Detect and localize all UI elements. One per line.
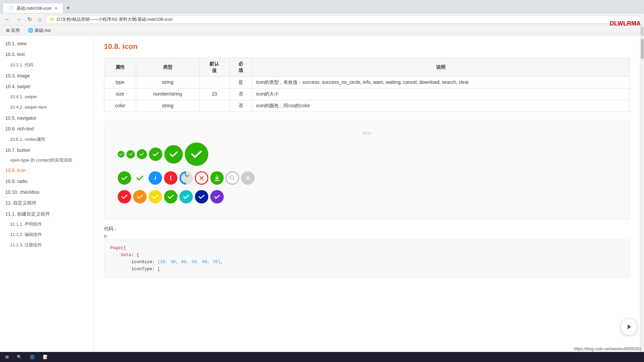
- icon-row-3: [118, 190, 616, 203]
- address-icon: 📁: [50, 17, 55, 22]
- sidebar-item-10-5[interactable]: 10.5. navigator: [0, 113, 94, 123]
- sidebar-item-10-7[interactable]: 10.7. button: [0, 145, 94, 156]
- col-header-type: 类型: [136, 58, 199, 77]
- properties-table: 属性 类型 默认值 必填 说明 type string 是 icon的类型，有效…: [104, 58, 630, 112]
- code-icon-size-val: [20, 30, 40, 50, 60, 70]: [157, 259, 220, 264]
- sidebar-label: 11.1. 创建自定义组件: [5, 211, 50, 217]
- tab-close-btn[interactable]: ✕: [54, 6, 58, 11]
- apps-icon: ⊞: [6, 28, 10, 33]
- section-number: 10.8.: [104, 42, 120, 51]
- section-title: 10.8. icon: [104, 42, 630, 51]
- cell-prop: type: [104, 77, 136, 88]
- cell-required: 否: [230, 100, 252, 112]
- apps-bookmark[interactable]: ⊞ 应用: [4, 27, 22, 34]
- sidebar-label: 11.1.3. 注册组件: [10, 242, 42, 247]
- tab-favicon: 📄: [8, 6, 14, 11]
- sidebar-item-10-2-1[interactable]: 10.2.1. 代码: [0, 60, 94, 70]
- reload-button[interactable]: ↻: [25, 15, 34, 24]
- code-data-key: data: [121, 252, 131, 257]
- sidebar-label: 10.3. image: [5, 73, 30, 78]
- icon-success: [118, 171, 131, 185]
- icon-cyan-check: [179, 190, 193, 203]
- icon-clear: [241, 171, 255, 185]
- sidebar-label: 10.6. rich-text: [5, 126, 34, 131]
- content-scrollbar[interactable]: [640, 36, 644, 352]
- demo-label: Icon: [118, 130, 616, 136]
- icon-yellow-check: [149, 190, 162, 203]
- icon-success-55: [164, 145, 183, 164]
- sidebar: 10.1. view 10.2. text 10.2.1. 代码 10.3. i…: [0, 36, 94, 352]
- sidebar-item-10-7-sub[interactable]: open-type 的 contact的实现流程: [0, 156, 94, 165]
- sidebar-item-10-3[interactable]: 10.3. image: [0, 70, 94, 81]
- icon-success-40: [149, 147, 162, 161]
- sidebar-item-10-1[interactable]: 10.1. view: [0, 38, 94, 49]
- icon-purple-check: [210, 190, 224, 203]
- sidebar-item-10-4[interactable]: 10.4. swiper: [0, 81, 94, 92]
- forward-button[interactable]: →: [14, 15, 23, 24]
- sidebar-item-10-6-1[interactable]: 10.6.1. nodes属性: [0, 134, 94, 145]
- col-header-default: 默认值: [199, 58, 230, 77]
- icon-orange-check: [133, 190, 147, 203]
- sidebar-label: 10.2. text: [5, 52, 25, 57]
- sidebar-item-11-1-1[interactable]: 11.1.1. 声明组件: [0, 219, 94, 230]
- icon-navy-check: [195, 190, 208, 203]
- new-tab-button[interactable]: +: [63, 3, 73, 13]
- active-tab[interactable]: 📄 基础.md#108-icon ✕: [3, 3, 63, 13]
- code-block: Page({ data: { iconSize: [20, 30, 40, 50…: [104, 240, 630, 278]
- sidebar-item-10-4-2[interactable]: 10.4.2. swiper-item: [0, 102, 94, 113]
- address-text: D:/文档/精品营销——小程序/02-资料大纲/基础.md#108-icon: [57, 16, 173, 22]
- sidebar-item-10-4-1[interactable]: 10.4.1. swiper: [0, 92, 94, 102]
- apps-label: 应用: [11, 27, 20, 34]
- icon-waiting: [179, 171, 193, 185]
- sidebar-label: 10.9. radio: [5, 179, 28, 184]
- sidebar-item-11[interactable]: 11. 自定义组件: [0, 197, 94, 208]
- doc-bookmark[interactable]: 🌐 基础.md: [26, 27, 53, 34]
- watermark: DLWLRMA: [610, 20, 641, 27]
- doc-label: 基础.md: [35, 27, 51, 34]
- status-bar: https://blog.csdn.net/weixim49855261: [571, 346, 644, 352]
- svg-marker-1: [628, 324, 631, 329]
- sidebar-label: 10.4.2. swiper-item: [10, 105, 47, 110]
- content-area: 10.8. icon 属性 类型 默认值 必填 说明 type string: [94, 36, 640, 352]
- section-icon-label: icon: [122, 42, 138, 51]
- sidebar-label: 10.7. button: [5, 147, 30, 153]
- cell-required: 否: [230, 88, 252, 100]
- video-play-button[interactable]: [621, 318, 637, 335]
- sidebar-item-10-8[interactable]: 10.8. icon: [0, 165, 94, 176]
- icon-success-20: [118, 151, 124, 158]
- tab-bar: 📄 基础.md#108-icon ✕ +: [3, 0, 73, 13]
- sidebar-item-10-6[interactable]: 10.6. rich-text: [0, 123, 94, 134]
- code-icon-type-key: iconType: [131, 266, 152, 272]
- cell-default: [199, 100, 230, 112]
- back-button[interactable]: ←: [3, 15, 12, 24]
- sidebar-item-10-10[interactable]: 10.10. checkbox: [0, 187, 94, 197]
- sidebar-label: 10.1. view: [5, 41, 26, 46]
- sidebar-item-11-1-3[interactable]: 11.1.3. 注册组件: [0, 240, 94, 250]
- cell-desc: icon的大小: [252, 88, 630, 100]
- sidebar-item-11-1[interactable]: 11.1. 创建自定义组件: [0, 208, 94, 219]
- sidebar-label: 10.4. swiper: [5, 84, 31, 89]
- home-button[interactable]: ⌂: [36, 15, 43, 24]
- icon-success-30: [137, 149, 147, 159]
- icon-search: [226, 171, 239, 185]
- icon-success-no-circle: [133, 171, 147, 185]
- sidebar-item-11-1-2[interactable]: 11.1.2. 编辑组件: [0, 230, 94, 240]
- sidebar-label: 10.6.1. nodes属性: [10, 137, 45, 142]
- sidebar-item-10-9[interactable]: 10.9. radio: [0, 176, 94, 187]
- icon-warn: !: [164, 171, 177, 185]
- sidebar-label: 11. 自定义组件: [5, 200, 37, 205]
- code-keyword: Page: [110, 245, 121, 250]
- sidebar-item-10-2[interactable]: 10.2. text: [0, 49, 94, 60]
- icon-download: [210, 171, 224, 185]
- icon-red-check: [118, 190, 131, 203]
- cell-type: number/string: [136, 88, 199, 100]
- sidebar-label: 10.4.1. swiper: [10, 94, 37, 99]
- cell-desc: icon的颜色，同css的color: [252, 100, 630, 112]
- cell-type: string: [136, 100, 199, 112]
- sidebar-label: 10.5. navigator: [5, 115, 37, 121]
- address-bar[interactable]: 📁 D:/文档/精品营销——小程序/02-资料大纲/基础.md#108-icon: [45, 15, 641, 24]
- sidebar-label: open-type 的 contact的实现流程: [10, 158, 72, 163]
- sidebar-label: 10.8. icon: [5, 168, 26, 173]
- warn-text: !: [170, 174, 172, 182]
- scrollbar-thumb[interactable]: [641, 39, 644, 59]
